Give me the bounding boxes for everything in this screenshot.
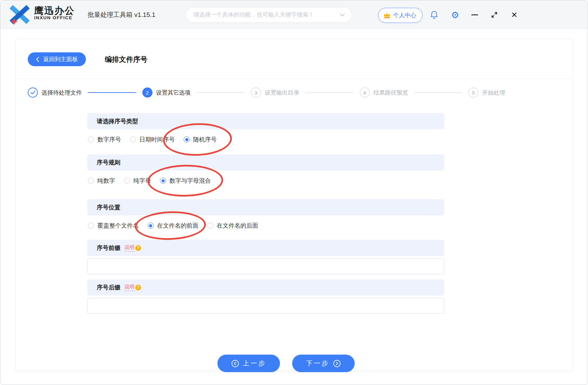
next-step-label: 下一步 <box>306 359 329 368</box>
brand-logo-icon <box>8 5 31 25</box>
step-4-circle: 4 <box>360 87 370 98</box>
radio-circle[interactable] <box>124 178 130 184</box>
step-5-start-process: 5 开始处理 <box>468 87 505 98</box>
close-icon: ✕ <box>511 11 517 19</box>
radio-label: 随机序号 <box>193 135 217 144</box>
step-5-label: 开始处理 <box>482 89 505 97</box>
crown-icon <box>383 12 391 19</box>
question-mark-icon[interactable]: ? <box>135 245 141 251</box>
user-center-label: 个人中心 <box>393 11 416 19</box>
app-title: 批量处理工具箱 v1.15.1 <box>88 0 156 29</box>
step-3-label: 设置输出目录 <box>265 89 299 97</box>
radio-overwrite-filename[interactable]: 覆盖整个文件名 <box>88 222 139 230</box>
prefix-help-link[interactable]: 说明 <box>124 244 135 252</box>
radio-circle-checked[interactable] <box>184 136 190 143</box>
wizard-footer: 上一步 下一步 <box>16 355 557 372</box>
radio-circle-checked[interactable] <box>148 223 154 229</box>
radio-number-letter-mix[interactable]: 数字与字母混合 <box>160 177 211 185</box>
radio-pure-number[interactable]: 纯数字 <box>88 177 115 185</box>
radio-after-filename[interactable]: 在文件名的后面 <box>207 222 258 230</box>
radio-label: 日期时间序号 <box>139 135 175 144</box>
radio-circle[interactable] <box>207 223 213 229</box>
close-button[interactable]: ✕ <box>508 0 521 29</box>
bell-icon <box>430 10 438 19</box>
radio-circle-checked[interactable] <box>160 178 166 184</box>
step-4-label: 结果路径预览 <box>374 89 408 97</box>
serial-rule-options: 纯数字 纯字母 数字与字母混合 <box>88 174 445 187</box>
radio-circle[interactable] <box>130 136 136 143</box>
step-2-set-options: 2 设置其它选项 <box>142 87 191 98</box>
brand-text: 鹰迅办公 INXUN OFFICE <box>34 6 75 21</box>
gear-icon: ⚙ <box>451 10 459 20</box>
section-serial-position-title: 序号位置 <box>97 203 120 211</box>
user-center-button[interactable]: 个人中心 <box>378 8 423 23</box>
section-serial-prefix-title: 序号前缀 <box>97 244 120 252</box>
suffix-input[interactable] <box>87 298 444 314</box>
step-3-circle: 3 <box>251 87 261 98</box>
main-panel: 返回到主面板 编排文件序号 选择待处理文件 2 设置其它选项 3 <box>15 38 573 372</box>
radio-circle[interactable] <box>88 223 94 229</box>
back-button-label: 返回到主面板 <box>43 55 78 63</box>
chevron-left-icon <box>36 57 39 62</box>
radio-label: 数字序号 <box>97 135 121 144</box>
section-serial-position: 序号位置 <box>87 199 444 215</box>
resize-icon <box>491 11 498 19</box>
radio-label: 在文件名的前面 <box>157 222 199 230</box>
settings-button[interactable]: ⚙ <box>448 0 462 29</box>
step-connector <box>414 92 463 93</box>
step-2-circle: 2 <box>142 87 152 98</box>
prefix-input[interactable] <box>87 258 444 274</box>
previous-step-button[interactable]: 上一步 <box>217 355 280 372</box>
radio-pure-letter[interactable]: 纯字母 <box>124 177 151 185</box>
radio-circle[interactable] <box>88 136 94 143</box>
radio-label: 在文件名的后面 <box>217 222 258 230</box>
maximize-button[interactable] <box>488 0 501 29</box>
step-connector <box>197 92 245 93</box>
back-to-dashboard-button[interactable]: 返回到主面板 <box>28 52 86 66</box>
step-connector <box>88 92 136 93</box>
header-divider <box>16 78 573 79</box>
step-1-label: 选择待处理文件 <box>42 89 82 97</box>
step-2-label: 设置其它选项 <box>156 89 191 97</box>
notifications-button[interactable] <box>427 0 441 29</box>
brand-name-cn: 鹰迅办公 <box>34 6 75 16</box>
radio-label: 纯数字 <box>97 177 115 185</box>
top-bar: 鹰迅办公 INXUN OFFICE 批量处理工具箱 v1.15.1 个人中心 ⚙ <box>0 0 588 29</box>
minimize-icon <box>471 14 478 16</box>
radio-label: 覆盖整个文件名 <box>97 222 139 230</box>
app-window: 鹰迅办公 INXUN OFFICE 批量处理工具箱 v1.15.1 个人中心 ⚙ <box>0 0 588 385</box>
function-search-box[interactable] <box>186 7 352 23</box>
section-serial-suffix: 序号后缀 说明 ? <box>87 279 444 296</box>
radio-before-filename[interactable]: 在文件名的前面 <box>148 222 199 230</box>
step-1-select-files: 选择待处理文件 <box>28 87 82 98</box>
section-serial-type-title: 请选择序号类型 <box>97 117 138 125</box>
radio-random-serial[interactable]: 随机序号 <box>184 135 217 144</box>
circle-arrow-right-icon <box>333 360 341 367</box>
previous-step-label: 上一步 <box>243 359 266 368</box>
check-icon <box>30 91 36 95</box>
section-serial-type: 请选择序号类型 <box>87 113 444 129</box>
page-title: 编排文件序号 <box>105 52 147 66</box>
step-connector <box>305 92 354 93</box>
next-step-button[interactable]: 下一步 <box>292 355 355 372</box>
suffix-help-link[interactable]: 说明 <box>124 284 135 291</box>
section-serial-prefix: 序号前缀 说明 ? <box>87 240 444 256</box>
section-serial-suffix-title: 序号后缀 <box>97 283 120 291</box>
radio-circle[interactable] <box>88 178 94 184</box>
section-serial-rule: 序号规则 <box>87 154 444 171</box>
serial-type-options: 数字序号 日期时间序号 随机序号 <box>88 133 445 146</box>
radio-label: 数字与字母混合 <box>169 177 211 185</box>
question-mark-icon[interactable]: ? <box>135 285 141 290</box>
step-1-circle <box>28 87 38 98</box>
chevron-down-icon[interactable] <box>340 14 345 17</box>
radio-numeric-serial[interactable]: 数字序号 <box>88 135 121 144</box>
step-3-output-dir: 3 设置输出目录 <box>251 87 299 98</box>
serial-position-options: 覆盖整个文件名 在文件名的前面 在文件名的后面 <box>88 219 445 232</box>
radio-label: 纯字母 <box>134 177 151 185</box>
search-input[interactable] <box>193 11 340 19</box>
minimize-button[interactable] <box>468 0 481 29</box>
step-5-circle: 5 <box>468 87 478 98</box>
circle-arrow-left-icon <box>231 360 239 367</box>
step-4-result-preview: 4 结果路径预览 <box>360 87 408 98</box>
radio-datetime-serial[interactable]: 日期时间序号 <box>130 135 175 144</box>
